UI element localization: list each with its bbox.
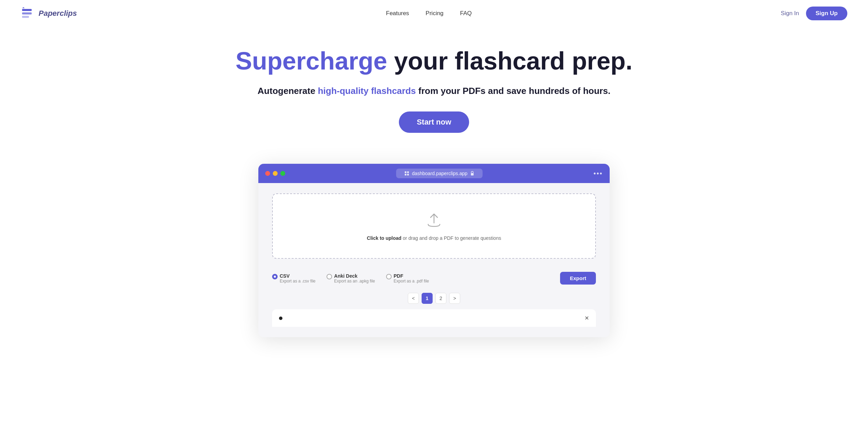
dashboard-icon — [404, 171, 409, 176]
export-button[interactable]: Export — [560, 272, 596, 285]
logo-icon — [21, 6, 35, 21]
browser-mockup: dashboard.paperclips.app ••• — [258, 164, 610, 337]
svg-rect-3 — [405, 171, 406, 173]
hero-title-accent: Supercharge — [236, 47, 387, 75]
navbar: Paperclips Features Pricing FAQ Sign In … — [0, 0, 868, 27]
svg-rect-4 — [407, 171, 409, 173]
upload-text: Click to upload or drag and drop a PDF t… — [280, 235, 588, 241]
bottom-hint-card: ✕ — [272, 309, 596, 327]
csv-label-group: CSV Export as a .csv file — [280, 273, 316, 284]
radio-csv-active — [272, 274, 278, 279]
upload-text-rest: or drag and drop a PDF to generate quest… — [401, 235, 501, 241]
svg-rect-6 — [407, 174, 409, 175]
browser-dots — [265, 171, 285, 176]
url-bar: dashboard.paperclips.app — [396, 169, 483, 178]
export-row: CSV Export as a .csv file Anki Deck Expo… — [272, 268, 596, 288]
pdf-sublabel: Export as a .pdf file — [394, 279, 429, 284]
export-option-csv[interactable]: CSV Export as a .csv file — [272, 273, 316, 284]
upload-icon — [280, 211, 588, 230]
hero-subtitle: Autogenerate high-quality flashcards fro… — [7, 84, 861, 98]
hero-subtitle-before: Autogenerate — [258, 86, 318, 96]
radio-pdf-inactive — [386, 274, 392, 279]
anki-label: Anki Deck — [334, 273, 375, 279]
pagination-page-1[interactable]: 1 — [422, 293, 433, 304]
radio-anki-inactive — [327, 274, 332, 279]
svg-rect-5 — [405, 174, 406, 175]
hero-subtitle-accent: high-quality flashcards — [318, 86, 416, 96]
anki-label-group: Anki Deck Export as an .apkg file — [334, 273, 375, 284]
pdf-label-group: PDF Export as a .pdf file — [394, 273, 429, 284]
nav-links: Features Pricing FAQ — [386, 10, 472, 17]
upload-text-bold: Click to upload — [367, 235, 401, 241]
nav-auth: Sign In Sign Up — [781, 7, 847, 20]
dot-yellow — [273, 171, 278, 176]
browser-url-area: dashboard.paperclips.app — [291, 169, 588, 178]
pagination-next[interactable]: > — [449, 293, 460, 304]
logo-text: Paperclips — [39, 9, 77, 18]
start-now-button[interactable]: Start now — [399, 111, 469, 133]
logo[interactable]: Paperclips — [21, 6, 77, 21]
nav-link-faq[interactable]: FAQ — [460, 10, 472, 17]
hint-close-icon[interactable]: ✕ — [585, 315, 589, 321]
url-text: dashboard.paperclips.app — [412, 171, 467, 176]
svg-rect-1 — [22, 12, 32, 14]
svg-rect-0 — [22, 9, 32, 11]
pagination-row: < 1 2 > — [272, 288, 596, 307]
export-option-anki[interactable]: Anki Deck Export as an .apkg file — [327, 273, 375, 284]
lock-icon — [470, 171, 474, 176]
nav-link-pricing[interactable]: Pricing — [426, 10, 444, 17]
dot-green — [280, 171, 285, 176]
hero-title-rest: your flashcard prep. — [387, 47, 632, 75]
browser-menu-dots[interactable]: ••• — [593, 170, 603, 178]
hint-dot — [279, 317, 282, 320]
browser-bar: dashboard.paperclips.app ••• — [258, 164, 610, 183]
dot-red — [265, 171, 270, 176]
nav-link-features[interactable]: Features — [386, 10, 409, 17]
pagination-prev[interactable]: < — [408, 293, 419, 304]
svg-rect-2 — [22, 16, 29, 18]
svg-rect-7 — [471, 173, 474, 175]
pdf-label: PDF — [394, 273, 429, 279]
browser-content: Click to upload or drag and drop a PDF t… — [258, 183, 610, 337]
pagination-page-2[interactable]: 2 — [435, 293, 446, 304]
hero-section: Supercharge your flashcard prep. Autogen… — [0, 27, 868, 147]
upload-area[interactable]: Click to upload or drag and drop a PDF t… — [272, 193, 596, 259]
sign-up-button[interactable]: Sign Up — [806, 7, 847, 20]
anki-sublabel: Export as an .apkg file — [334, 279, 375, 284]
hero-title: Supercharge your flashcard prep. — [7, 47, 861, 75]
export-option-pdf[interactable]: PDF Export as a .pdf file — [386, 273, 429, 284]
sign-in-button[interactable]: Sign In — [781, 10, 799, 17]
csv-label: CSV — [280, 273, 316, 279]
csv-sublabel: Export as a .csv file — [280, 279, 316, 284]
hero-subtitle-after: from your PDFs and save hundreds of hour… — [416, 86, 610, 96]
